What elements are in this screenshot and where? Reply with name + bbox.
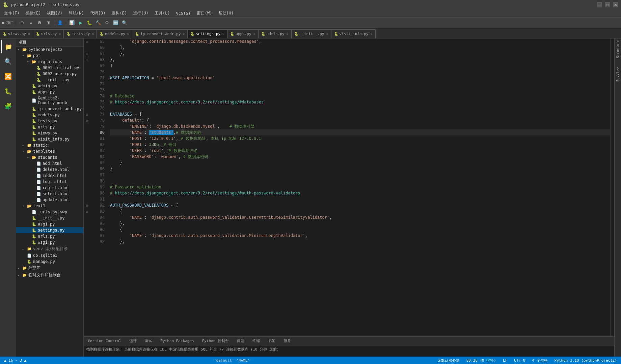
status-encoding[interactable]: UTF-8 — [513, 358, 526, 363]
toolbar-settings-btn[interactable]: ⚙ — [36, 19, 43, 27]
vcs-status[interactable]: ▲ 16 ✓ 3 ▲ — [3, 358, 28, 363]
tree-item-text1[interactable]: ▾📂text1 — [16, 203, 83, 209]
tab-close-btn[interactable]: ✕ — [253, 32, 255, 36]
menu-导航(N)[interactable]: 导航(N) — [66, 10, 87, 17]
toolbar-build-btn[interactable]: 🔨 — [94, 19, 102, 27]
code-line-67[interactable]: }, — [110, 51, 610, 57]
activity-extensions[interactable]: 🧩 — [1, 99, 15, 113]
code-line-86[interactable]: } — [110, 166, 610, 172]
tree-item-wsgi-py[interactable]: 🐍wsgi.py — [16, 239, 83, 245]
activity-explorer[interactable]: 📁 — [1, 40, 15, 53]
activity-vcs[interactable]: 🔀 — [1, 69, 15, 83]
toolbar-run-btn[interactable]: ▶ — [77, 19, 84, 27]
close-button[interactable]: ✕ — [613, 2, 618, 7]
status-line-ending[interactable]: LF — [502, 358, 509, 363]
tree-item-0001-initial-py[interactable]: 🐍0001_initial.py — [16, 65, 83, 71]
code-line-97[interactable]: 'NAME': 'django.contrib.auth.password_va… — [110, 233, 610, 239]
code-line-76[interactable] — [110, 105, 610, 111]
code-line-65[interactable]: 'django.contrib.messages.context_process… — [110, 38, 610, 44]
tab-urls-py[interactable]: 🐍urls.py✕ — [33, 29, 64, 38]
code-line-83[interactable]: 'USER': 'root',_# 数据库用户名 — [110, 148, 610, 154]
bottom-tab-运行[interactable]: 运行 — [125, 337, 141, 345]
code-line-87[interactable] — [110, 172, 610, 178]
menu-窗口(W)[interactable]: 窗口(W) — [194, 10, 215, 17]
code-editor[interactable]: ⊟⊟⊟⊟⊟⊟⊟ 65666768697071727374757677787980… — [84, 38, 614, 336]
toolbar-search-btn[interactable]: 🔍 — [121, 19, 128, 27]
tab-close-btn[interactable]: ✕ — [287, 32, 289, 36]
tree-item-views-py[interactable]: 🐍views.py — [16, 130, 83, 136]
code-line-74[interactable]: # Database — [110, 93, 610, 99]
tree-item---init---py[interactable]: 🐍__init__.py — [16, 215, 83, 221]
status-indent[interactable]: 4 个空格 — [531, 358, 549, 363]
bottom-tab-书签[interactable]: 书签 — [264, 337, 279, 345]
tree-item-tests-py[interactable]: 🐍tests.py — [16, 118, 83, 124]
code-line-91[interactable] — [110, 196, 610, 202]
menu-文件(F)[interactable]: 文件(F) — [1, 10, 22, 17]
code-line-77[interactable]: DATABASES = { — [110, 111, 610, 117]
tab-close-btn[interactable]: ✕ — [92, 32, 94, 36]
tree-item-0002-userip-py[interactable]: 🐍0002_userip.py — [16, 71, 83, 77]
tab-tests-py[interactable]: 🐍tests.py✕ — [64, 29, 97, 38]
maximize-button[interactable]: □ — [605, 2, 610, 7]
code-line-69[interactable]: ] — [110, 63, 610, 69]
tab-close-btn[interactable]: ✕ — [59, 32, 61, 36]
code-line-89[interactable]: # Password validation — [110, 184, 610, 190]
menu-运行(U)[interactable]: 运行(U) — [130, 10, 151, 17]
tab-views-py[interactable]: 🐍views.py✕ — [0, 29, 33, 38]
code-line-80[interactable]: 'NAME': 'students',# 数据库名称 — [110, 129, 610, 135]
code-line-70[interactable] — [110, 69, 610, 75]
code-line-82[interactable]: 'PORT': 3306,_# 端口 — [110, 142, 610, 148]
tree-item-models-py[interactable]: 🐍models.py — [16, 112, 83, 118]
tree-item-ip-convert-addr-py[interactable]: 🐍ip_convert_addr.py — [16, 106, 83, 112]
code-line-90[interactable]: # https://docs.djangoproject.com/en/3.2/… — [110, 190, 610, 196]
code-line-96[interactable]: { — [110, 226, 610, 233]
bottom-tab-Version Control[interactable]: Version Control — [84, 337, 125, 345]
tree-item----[interactable]: ▸📁外部库 — [16, 265, 83, 272]
code-line-72[interactable] — [110, 81, 610, 87]
code-line-73[interactable] — [110, 87, 610, 93]
tree-item-apps-py[interactable]: 🐍apps.py — [16, 89, 83, 95]
toolbar-list-btn[interactable]: ≡ — [27, 19, 34, 27]
tab-close-btn[interactable]: ✕ — [326, 32, 328, 36]
right-bar-structure[interactable]: Structure — [616, 40, 620, 58]
code-line-93[interactable]: { — [110, 208, 610, 214]
code-line-95[interactable]: }, — [110, 220, 610, 226]
code-line-71[interactable]: WSGI_APPLICATION = 'text1.wsgi.applicati… — [110, 75, 610, 81]
activity-search[interactable]: 🔍 — [1, 55, 15, 68]
bottom-tab-问题[interactable]: 问题 — [233, 337, 248, 345]
tree-item-urls-py[interactable]: 🐍urls.py — [16, 124, 83, 130]
code-content[interactable]: 'django.contrib.messages.context_process… — [107, 38, 610, 336]
tree-item-asgi-py[interactable]: 🐍asgi.py — [16, 221, 83, 227]
minimize-button[interactable]: ─ — [597, 2, 602, 7]
tree-item-urls-py[interactable]: 🐍urls.py — [16, 233, 83, 239]
tab-close-btn[interactable]: ✕ — [222, 32, 224, 36]
tab-admin-py[interactable]: 🐍admin.py✕ — [259, 29, 292, 38]
code-line-84[interactable]: 'PASSWORD': 'wananw',_# 数据库密码 — [110, 154, 610, 160]
menu-编辑(E)[interactable]: 编辑(E) — [23, 10, 44, 17]
toolbar-layout-btn[interactable]: ⊞ — [45, 19, 52, 27]
tab-visit_info-py[interactable]: 🐍visit_info.py✕ — [331, 29, 376, 38]
tab-close-btn[interactable]: ✕ — [127, 32, 129, 36]
menu-帮助(H)[interactable]: 帮助(H) — [216, 10, 237, 17]
tree-item-pot[interactable]: ▾📂pot — [16, 53, 83, 59]
tab-__init__-py[interactable]: 🐍__init__.py✕ — [292, 29, 331, 38]
code-line-66[interactable]: ], — [110, 44, 610, 51]
tab-models-py[interactable]: 🐍models.py✕ — [97, 29, 132, 38]
toolbar-user-btn[interactable]: 👤 — [56, 19, 64, 27]
bottom-tab-终端[interactable]: 终端 — [248, 337, 264, 345]
bottom-tab-调试[interactable]: 调试 — [141, 337, 156, 345]
tree-item-manage-py[interactable]: 🐍manage.py — [16, 259, 83, 265]
code-line-88[interactable] — [110, 178, 610, 184]
tree-item-migrations[interactable]: ▾📂migrations — [16, 59, 83, 65]
status-no-server[interactable]: 无默认服务器 — [436, 358, 461, 363]
tab-apps-py[interactable]: 🐍apps.py✕ — [227, 29, 258, 38]
tree-item-select-html[interactable]: 📄select.html — [16, 191, 83, 197]
tab-close-btn[interactable]: ✕ — [183, 32, 185, 36]
tree-item-db-sqlite3[interactable]: 📄db.sqlite3 — [16, 252, 83, 259]
tree-item-GeoLite2-Country-mmdb[interactable]: 📄GeoLite2-Country.mmdb — [16, 95, 83, 106]
code-line-92[interactable]: AUTH_PASSWORD_VALIDATORS = [ — [110, 202, 610, 208]
tree-item-delete-html[interactable]: 📄delete.html — [16, 166, 83, 173]
tree-item-admin-py[interactable]: 🐍admin.py — [16, 83, 83, 89]
activity-debug[interactable]: 🐛 — [1, 84, 15, 98]
bottom-tab-服务[interactable]: 服务 — [279, 337, 295, 345]
